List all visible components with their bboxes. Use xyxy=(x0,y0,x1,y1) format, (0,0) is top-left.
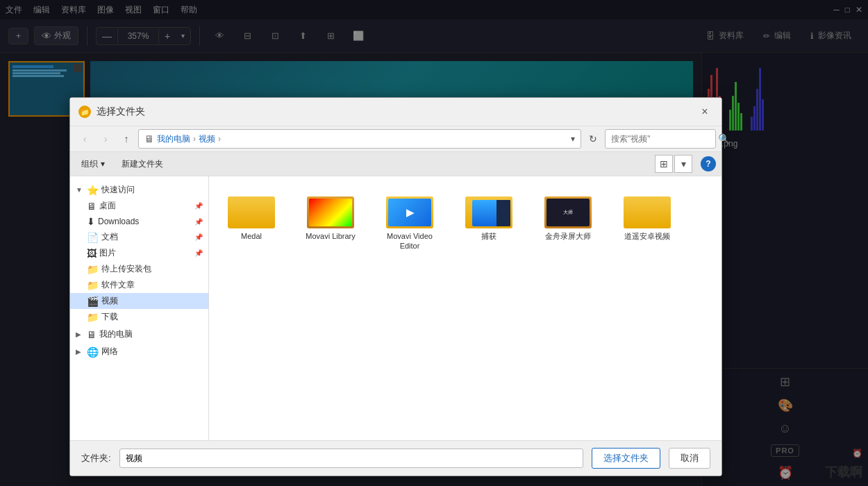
network-section: ▶ 🌐 网络 xyxy=(70,344,208,360)
tree-video[interactable]: 🎬 视频 xyxy=(70,293,208,309)
nav-back-button[interactable]: ‹ xyxy=(76,130,94,148)
select-folder-button[interactable]: 选择文件夹 xyxy=(592,448,660,469)
folder-grid: Medal Movavi Library xyxy=(209,176,721,440)
search-bar: 🔍 xyxy=(605,129,716,149)
folder-capture-icon xyxy=(465,190,512,228)
dialog-secondary-toolbar: 组织 ▾ 新建文件夹 ⊞ ▾ ? xyxy=(70,152,721,176)
tree-software-articles[interactable]: 📁 软件文章 xyxy=(70,277,208,293)
view-dropdown-button[interactable]: ▾ xyxy=(674,155,692,173)
folder-jinzhou-label: 金舟录屏大师 xyxy=(545,231,591,241)
path-bar[interactable]: 🖥 我的电脑 › 视频 › ▾ xyxy=(138,129,581,149)
upload-packages-icon: 📁 xyxy=(87,264,99,275)
folder-movavi-library[interactable]: Movavi Library xyxy=(299,187,362,254)
quick-access-header[interactable]: ▼ ⭐ 快速访问 xyxy=(70,182,208,198)
my-computer-section: ▶ 🖥 我的电脑 xyxy=(70,326,208,342)
documents-pin: 📌 xyxy=(194,233,203,241)
view-buttons: ⊞ ▾ xyxy=(655,155,692,173)
search-icon: 🔍 xyxy=(718,133,730,144)
dialog-title-bar: 📁 选择文件夹 × xyxy=(70,98,721,126)
refresh-button[interactable]: ↻ xyxy=(584,130,602,148)
path-sep-2: › xyxy=(218,134,221,144)
desktop-icon: 🖥 xyxy=(87,201,97,212)
folder-medal-icon xyxy=(228,190,275,228)
dialog-body: ▼ ⭐ 快速访问 🖥 桌面 📌 ⬇ Downloads 📌 xyxy=(70,176,721,440)
folder-movavi-library-icon xyxy=(307,190,354,228)
folder-capture-label: 捕获 xyxy=(481,231,496,241)
tree-desktop[interactable]: 🖥 桌面 📌 xyxy=(70,198,208,214)
path-sep-1: › xyxy=(193,134,196,144)
folder-input[interactable] xyxy=(119,449,583,468)
pictures-label: 图片 xyxy=(99,247,116,259)
software-articles-label: 软件文章 xyxy=(101,279,135,291)
quick-access-section: ▼ ⭐ 快速访问 🖥 桌面 📌 ⬇ Downloads 📌 xyxy=(70,182,208,325)
software-articles-icon: 📁 xyxy=(87,280,99,291)
network-arrow: ▶ xyxy=(76,348,84,355)
quick-access-icon: ⭐ xyxy=(87,185,99,196)
dialog-title-text: 选择文件夹 xyxy=(97,106,691,118)
quick-access-label: 快速访问 xyxy=(101,184,135,196)
help-button[interactable]: ? xyxy=(701,156,716,171)
tree-pictures[interactable]: 🖼 图片 📌 xyxy=(70,245,208,261)
network-header[interactable]: ▶ 🌐 网络 xyxy=(70,344,208,360)
folder-daoyao-icon xyxy=(624,190,671,228)
view-icon-button[interactable]: ⊞ xyxy=(655,155,673,173)
nav-tree: ▼ ⭐ 快速访问 🖥 桌面 📌 ⬇ Downloads 📌 xyxy=(70,176,209,440)
folder-jinzhou[interactable]: 大师 金舟录屏大师 xyxy=(537,187,599,254)
folder-movavi-video-editor-label: Movavi Video Editor xyxy=(381,231,438,251)
folder-movavi-video-editor-icon: ▶ xyxy=(386,190,433,228)
footer-label: 文件夹: xyxy=(81,452,111,464)
network-icon: 🌐 xyxy=(87,346,99,358)
dialog-overlay: 📁 选择文件夹 × ‹ › ↑ 🖥 我的电脑 › 视频 › ▾ ↻ 🔍 xyxy=(0,0,868,486)
downloads-label: Downloads xyxy=(98,217,139,226)
video-label: 视频 xyxy=(101,295,118,307)
folder-daoyao[interactable]: 道遥安卓视频 xyxy=(616,187,678,254)
dialog-footer: 文件夹: 选择文件夹 取消 xyxy=(70,440,721,476)
tree-documents[interactable]: 📄 文档 📌 xyxy=(70,229,208,245)
path-video[interactable]: 视频 xyxy=(199,133,215,145)
folder-jinzhou-icon: 大师 xyxy=(544,190,592,228)
organize-arrow: ▾ xyxy=(101,159,105,169)
tree-downloads[interactable]: ⬇ Downloads 📌 xyxy=(70,214,208,229)
downloads-pin: 📌 xyxy=(194,218,203,226)
dialog-title-icon: 📁 xyxy=(78,106,91,118)
downloads-icon: ⬇ xyxy=(87,216,95,227)
my-computer-header[interactable]: ▶ 🖥 我的电脑 xyxy=(70,326,208,342)
video-icon: 🎬 xyxy=(87,296,99,307)
folder-medal[interactable]: Medal xyxy=(220,187,283,254)
my-computer-icon: 🖥 xyxy=(87,329,97,340)
folder-movavi-library-label: Movavi Library xyxy=(306,231,356,241)
organize-button[interactable]: 组织 ▾ xyxy=(76,156,110,172)
my-computer-arrow: ▶ xyxy=(76,330,84,338)
downloads-folder-icon: 📁 xyxy=(87,312,99,323)
path-dropdown-button[interactable]: ▾ xyxy=(571,134,575,144)
tree-upload-packages[interactable]: 📁 待上传安装包 xyxy=(70,261,208,277)
folder-medal-label: Medal xyxy=(241,231,262,241)
quick-access-arrow: ▼ xyxy=(76,186,84,194)
nav-up-button[interactable]: ↑ xyxy=(117,130,135,148)
desktop-pin: 📌 xyxy=(194,202,203,210)
tree-downloads-folder[interactable]: 📁 下载 xyxy=(70,309,208,325)
path-computer-icon: 🖥 xyxy=(144,133,154,144)
folder-capture[interactable]: 捕获 xyxy=(458,187,520,254)
search-input[interactable] xyxy=(611,134,715,144)
folder-movavi-video-editor[interactable]: ▶ Movavi Video Editor xyxy=(378,187,441,254)
nav-forward-button[interactable]: › xyxy=(97,130,115,148)
downloads-folder-label: 下载 xyxy=(101,311,118,323)
documents-icon: 📄 xyxy=(87,232,99,243)
my-computer-label: 我的电脑 xyxy=(99,328,133,340)
pictures-icon: 🖼 xyxy=(87,248,97,259)
organize-label: 组织 xyxy=(81,158,98,170)
folder-daoyao-label: 道遥安卓视频 xyxy=(624,231,670,241)
desktop-label: 桌面 xyxy=(99,200,116,212)
network-label: 网络 xyxy=(101,346,118,358)
pictures-pin: 📌 xyxy=(194,249,203,257)
documents-label: 文档 xyxy=(101,231,118,243)
upload-packages-label: 待上传安装包 xyxy=(101,263,151,275)
cancel-button[interactable]: 取消 xyxy=(669,448,710,469)
select-folder-dialog: 📁 选择文件夹 × ‹ › ↑ 🖥 我的电脑 › 视频 › ▾ ↻ 🔍 xyxy=(69,97,722,476)
path-computer[interactable]: 我的电脑 xyxy=(157,133,190,145)
new-folder-button[interactable]: 新建文件夹 xyxy=(116,156,169,172)
dialog-nav-toolbar: ‹ › ↑ 🖥 我的电脑 › 视频 › ▾ ↻ 🔍 xyxy=(70,126,721,152)
dialog-close-button[interactable]: × xyxy=(696,103,713,120)
